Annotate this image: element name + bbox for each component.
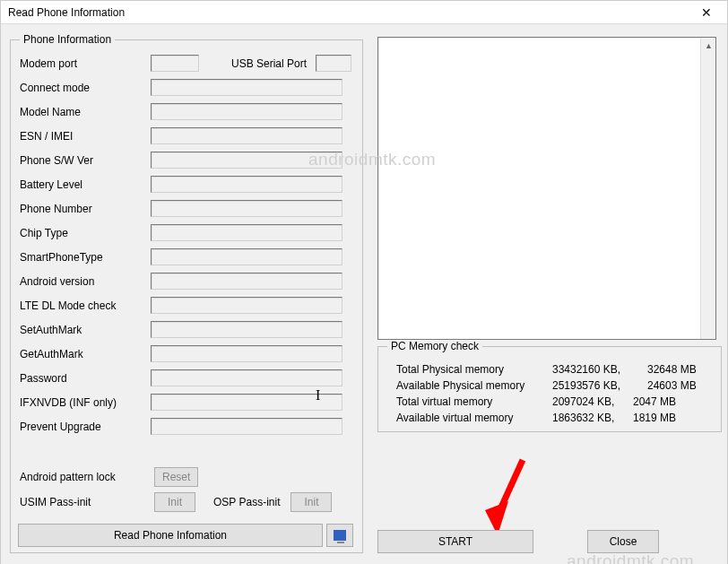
- label-modem-port: Modem port: [20, 57, 151, 70]
- field-phone-sw: [151, 152, 342, 169]
- label-getauth: GetAuthMark: [20, 348, 151, 360]
- value-avail-phys-kb: 25193576 KB,: [552, 379, 647, 392]
- value-total-virt-kb: 2097024 KB,: [552, 395, 633, 408]
- label-smartphone: SmartPhoneType: [20, 251, 151, 264]
- phone-info-group: Phone Information Modem port USB Serial …: [10, 33, 363, 553]
- label-battery: Battery Level: [20, 178, 151, 191]
- close-button[interactable]: Close: [587, 530, 659, 553]
- value-total-phys-kb: 33432160 KB,: [552, 363, 647, 376]
- reset-button[interactable]: Reset: [154, 467, 198, 487]
- label-phone-number: Phone Number: [20, 203, 151, 215]
- label-avail-virt: Available virtual memory: [387, 412, 552, 424]
- window-title: Read Phone Information: [8, 6, 125, 19]
- left-panel: Phone Information Modem port USB Serial …: [10, 33, 363, 555]
- value-avail-virt-kb: 1863632 KB,: [552, 412, 633, 424]
- label-usb-serial: USB Serial Port: [208, 57, 307, 70]
- field-ifxnvdb: [151, 394, 342, 411]
- label-total-virt: Total virtual memory: [387, 395, 552, 408]
- field-modem-port: [151, 55, 199, 72]
- label-password: Password: [20, 372, 151, 385]
- row-usim-pass: USIM Pass-init Init OSP Pass-init Init: [20, 492, 353, 512]
- pc-memory-group: PC Memory check Total Physical memory 33…: [377, 340, 722, 432]
- field-model-name: [151, 103, 342, 120]
- field-connect-mode: [151, 79, 342, 96]
- label-esn-imei: ESN / IMEI: [20, 130, 151, 143]
- label-model-name: Model Name: [20, 106, 151, 118]
- scrollbar[interactable]: ▲: [700, 38, 715, 339]
- field-esn-imei: [151, 127, 342, 144]
- field-getauth: [151, 345, 342, 362]
- svg-line-1: [496, 460, 523, 519]
- phone-info-legend: Phone Information: [20, 33, 115, 46]
- row-pattern-lock: Android pattern lock Reset: [20, 467, 353, 487]
- value-total-phys-mb: 32648 MB: [647, 363, 712, 376]
- log-textarea[interactable]: ▲: [377, 37, 716, 340]
- window-body: Phone Information Modem port USB Serial …: [1, 24, 727, 564]
- value-avail-virt-mb: 1819 MB: [633, 412, 698, 424]
- label-avail-phys: Available Physical memory: [387, 379, 552, 392]
- field-chip-type: [151, 224, 342, 241]
- bottom-buttons: START Close: [377, 528, 718, 555]
- value-total-virt-mb: 2047 MB: [633, 395, 698, 408]
- field-smartphone: [151, 248, 342, 265]
- pc-memory-legend: PC Memory check: [387, 340, 482, 352]
- read-phone-button[interactable]: Read Phone Infomation: [18, 524, 323, 547]
- label-prevent-upgrade: Prevent Upgrade: [20, 421, 151, 433]
- monitor-icon: [334, 530, 346, 541]
- field-android-version: [151, 273, 342, 290]
- start-button[interactable]: START: [377, 530, 533, 553]
- label-osp-pass: OSP Pass-init: [213, 496, 280, 508]
- usim-init-button[interactable]: Init: [154, 492, 195, 512]
- value-avail-phys-mb: 24603 MB: [647, 379, 712, 392]
- osp-init-button[interactable]: Init: [290, 492, 332, 512]
- window: Read Phone Information ✕ Phone Informati…: [0, 0, 728, 564]
- label-pattern-lock: Android pattern lock: [20, 471, 154, 483]
- close-icon[interactable]: ✕: [686, 1, 727, 24]
- scroll-up-icon[interactable]: ▲: [701, 38, 716, 53]
- field-usb-serial: [316, 55, 351, 72]
- field-phone-number: [151, 200, 342, 217]
- label-connect-mode: Connect mode: [20, 82, 151, 94]
- label-lte-dl: LTE DL Mode check: [20, 299, 151, 312]
- label-chip-type: Chip Type: [20, 227, 151, 239]
- field-battery: [151, 176, 342, 193]
- label-usim-pass: USIM Pass-init: [20, 496, 154, 508]
- label-android-version: Android version: [20, 275, 151, 288]
- label-phone-sw: Phone S/W Ver: [20, 154, 151, 167]
- monitor-icon-button[interactable]: [326, 524, 353, 547]
- field-prevent-upgrade: [151, 418, 342, 435]
- label-total-phys: Total Physical memory: [387, 363, 552, 376]
- label-setauth: SetAuthMark: [20, 324, 151, 336]
- titlebar: Read Phone Information ✕: [1, 1, 727, 24]
- field-setauth: [151, 321, 342, 338]
- field-lte-dl: [151, 297, 342, 314]
- label-ifxnvdb: IFXNVDB (INF only): [20, 396, 151, 409]
- field-password[interactable]: [151, 369, 342, 386]
- row-modem-port: Modem port USB Serial Port: [20, 55, 353, 72]
- right-panel: ▲ PC Memory check Total Physical memory …: [377, 37, 718, 555]
